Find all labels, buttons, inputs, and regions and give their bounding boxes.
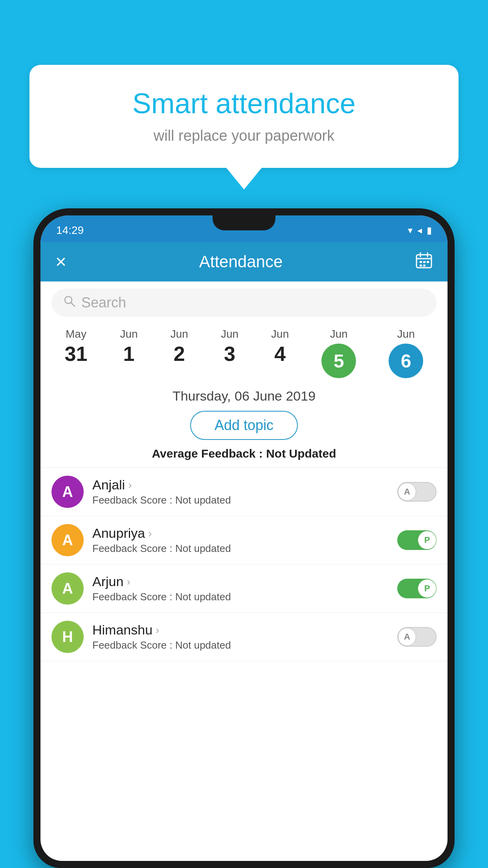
student-item[interactable]: A Arjun › Feedback Score : Not updated P <box>40 565 448 613</box>
search-bar[interactable]: Search <box>51 289 437 317</box>
phone-frame: 14:29 ▾ ◂ ▮ × Attendance <box>33 208 455 868</box>
student-info: Arjun › Feedback Score : Not updated <box>92 574 389 603</box>
student-list: A Anjali › Feedback Score : Not updated … <box>40 467 448 661</box>
date-selector: May 31 Jun 1 Jun 2 Jun 3 Jun 4 <box>40 324 448 385</box>
student-info: Himanshu › Feedback Score : Not updated <box>92 622 389 651</box>
signal-icon: ◂ <box>417 225 422 236</box>
speech-bubble-subtitle: will replace your paperwork <box>53 127 435 144</box>
svg-rect-4 <box>420 261 422 263</box>
search-placeholder: Search <box>81 294 126 311</box>
date-item-jun1[interactable]: Jun 1 <box>120 328 138 364</box>
speech-bubble-container: Smart attendance will replace your paper… <box>29 65 459 189</box>
svg-rect-6 <box>427 261 429 263</box>
chevron-icon: › <box>128 479 132 491</box>
svg-rect-8 <box>423 265 426 267</box>
chevron-icon: › <box>127 576 130 588</box>
svg-line-10 <box>71 303 75 306</box>
attendance-toggle[interactable]: A <box>397 627 437 647</box>
speech-bubble-title: Smart attendance <box>53 86 435 120</box>
avg-feedback: Average Feedback : Not Updated <box>40 447 448 460</box>
date-item-may31[interactable]: May 31 <box>65 328 88 364</box>
add-topic-button[interactable]: Add topic <box>190 411 298 440</box>
close-button[interactable]: × <box>55 252 66 271</box>
calendar-icon[interactable] <box>415 252 433 272</box>
date-item-jun3[interactable]: Jun 3 <box>221 328 238 364</box>
phone-screen: 14:29 ▾ ◂ ▮ × Attendance <box>40 215 448 861</box>
wifi-icon: ▾ <box>408 225 413 236</box>
avatar: A <box>51 524 84 556</box>
header-title: Attendance <box>199 252 283 271</box>
notch <box>213 215 275 230</box>
student-info: Anjali › Feedback Score : Not updated <box>92 477 389 506</box>
avatar: A <box>51 476 84 508</box>
attendance-toggle[interactable]: P <box>397 530 437 550</box>
student-info: Anupriya › Feedback Score : Not updated <box>92 526 389 555</box>
date-item-jun5[interactable]: Jun 5 <box>321 328 356 378</box>
status-time: 14:29 <box>56 224 84 237</box>
app-header: × Attendance <box>40 242 448 281</box>
selected-date: Thursday, 06 June 2019 <box>40 385 448 411</box>
chevron-icon: › <box>148 527 152 540</box>
student-item[interactable]: A Anjali › Feedback Score : Not updated … <box>40 468 448 516</box>
chevron-icon: › <box>156 624 159 636</box>
svg-rect-5 <box>423 261 426 263</box>
speech-bubble-arrow <box>226 168 262 189</box>
status-icons: ▾ ◂ ▮ <box>408 225 432 236</box>
battery-icon: ▮ <box>427 225 432 236</box>
student-item[interactable]: H Himanshu › Feedback Score : Not update… <box>40 613 448 661</box>
speech-bubble: Smart attendance will replace your paper… <box>29 65 459 168</box>
student-item[interactable]: A Anupriya › Feedback Score : Not update… <box>40 516 448 565</box>
attendance-toggle[interactable]: A <box>397 482 437 502</box>
date-item-jun2[interactable]: Jun 2 <box>171 328 188 364</box>
date-item-jun6[interactable]: Jun 6 <box>389 328 423 378</box>
date-item-jun4[interactable]: Jun 4 <box>271 328 289 364</box>
svg-rect-7 <box>420 265 422 267</box>
search-icon <box>63 294 76 311</box>
attendance-toggle[interactable]: P <box>397 579 437 598</box>
avatar: A <box>51 572 84 605</box>
avatar: H <box>51 621 84 653</box>
